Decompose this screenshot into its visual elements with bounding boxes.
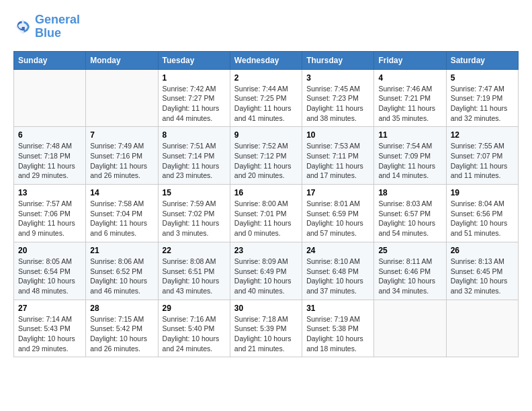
day-info: Sunrise: 7:44 AMSunset: 7:25 PMDaylight:…: [234, 84, 298, 124]
day-info: Sunrise: 8:03 AMSunset: 6:57 PMDaylight:…: [378, 199, 441, 238]
day-number: 30: [234, 304, 298, 313]
day-cell: 5Sunrise: 7:47 AMSunset: 7:19 PMDaylight…: [446, 69, 518, 127]
day-cell: 30Sunrise: 7:18 AMSunset: 5:39 PMDayligh…: [230, 300, 302, 357]
day-number: 1: [163, 73, 226, 83]
day-cell: 12Sunrise: 7:55 AMSunset: 7:07 PMDayligh…: [446, 127, 518, 185]
day-cell: 20Sunrise: 8:05 AMSunset: 6:54 PMDayligh…: [14, 242, 86, 300]
day-number: 23: [234, 246, 298, 255]
day-number: 14: [90, 188, 153, 197]
day-number: 18: [378, 188, 441, 197]
day-cell: [374, 300, 446, 357]
day-number: 22: [163, 246, 226, 255]
day-info: Sunrise: 8:05 AMSunset: 6:54 PMDaylight:…: [18, 257, 81, 296]
day-info: Sunrise: 8:11 AMSunset: 6:46 PMDaylight:…: [378, 257, 441, 296]
day-cell: 23Sunrise: 8:09 AMSunset: 6:49 PMDayligh…: [230, 242, 302, 300]
day-number: 12: [451, 130, 514, 140]
day-number: 28: [90, 304, 153, 313]
day-info: Sunrise: 7:48 AMSunset: 7:18 PMDaylight:…: [18, 141, 81, 181]
week-row-3: 13Sunrise: 7:57 AMSunset: 7:06 PMDayligh…: [14, 185, 519, 242]
day-info: Sunrise: 8:01 AMSunset: 6:59 PMDaylight:…: [306, 199, 369, 238]
day-number: 27: [18, 304, 81, 313]
day-cell: 16Sunrise: 8:00 AMSunset: 7:01 PMDayligh…: [230, 185, 302, 242]
day-info: Sunrise: 7:59 AMSunset: 7:02 PMDaylight:…: [163, 199, 226, 238]
day-number: 16: [234, 188, 298, 197]
day-info: Sunrise: 8:00 AMSunset: 7:01 PMDaylight:…: [234, 199, 298, 238]
day-cell: 18Sunrise: 8:03 AMSunset: 6:57 PMDayligh…: [374, 185, 446, 242]
column-header-saturday: Saturday: [446, 51, 518, 69]
day-number: 10: [306, 130, 369, 140]
column-header-wednesday: Wednesday: [230, 51, 302, 69]
day-info: Sunrise: 8:10 AMSunset: 6:48 PMDaylight:…: [306, 257, 369, 296]
day-number: 11: [378, 130, 441, 140]
day-info: Sunrise: 8:04 AMSunset: 6:56 PMDaylight:…: [451, 199, 514, 238]
day-cell: 6Sunrise: 7:48 AMSunset: 7:18 PMDaylight…: [14, 127, 86, 185]
day-info: Sunrise: 7:42 AMSunset: 7:27 PMDaylight:…: [163, 84, 226, 124]
day-number: 4: [378, 73, 441, 83]
day-number: 19: [451, 188, 514, 197]
day-cell: 27Sunrise: 7:14 AMSunset: 5:43 PMDayligh…: [14, 300, 86, 357]
day-info: Sunrise: 7:54 AMSunset: 7:09 PMDaylight:…: [378, 141, 441, 181]
day-cell: 7Sunrise: 7:49 AMSunset: 7:16 PMDaylight…: [86, 127, 158, 185]
day-number: 13: [18, 188, 81, 197]
column-header-sunday: Sunday: [14, 51, 86, 69]
day-number: 6: [18, 130, 81, 140]
day-number: 5: [451, 73, 514, 83]
day-info: Sunrise: 7:55 AMSunset: 7:07 PMDaylight:…: [451, 141, 514, 181]
day-cell: 2Sunrise: 7:44 AMSunset: 7:25 PMDaylight…: [230, 69, 302, 127]
day-info: Sunrise: 7:47 AMSunset: 7:19 PMDaylight:…: [451, 84, 514, 124]
week-row-5: 27Sunrise: 7:14 AMSunset: 5:43 PMDayligh…: [14, 300, 519, 357]
day-cell: [446, 300, 518, 357]
logo-icon: [13, 17, 32, 36]
day-info: Sunrise: 8:08 AMSunset: 6:51 PMDaylight:…: [163, 257, 226, 296]
day-info: Sunrise: 7:57 AMSunset: 7:06 PMDaylight:…: [18, 199, 81, 238]
day-number: 31: [306, 304, 369, 313]
day-cell: 28Sunrise: 7:15 AMSunset: 5:42 PMDayligh…: [86, 300, 158, 357]
day-info: Sunrise: 7:53 AMSunset: 7:11 PMDaylight:…: [306, 141, 369, 181]
day-cell: 15Sunrise: 7:59 AMSunset: 7:02 PMDayligh…: [158, 185, 230, 242]
day-info: Sunrise: 8:09 AMSunset: 6:49 PMDaylight:…: [234, 257, 298, 296]
page-header: General Blue: [13, 13, 519, 40]
day-number: 17: [306, 188, 369, 197]
day-number: 9: [234, 130, 298, 140]
day-info: Sunrise: 7:16 AMSunset: 5:40 PMDaylight:…: [163, 314, 226, 354]
day-cell: 21Sunrise: 8:06 AMSunset: 6:52 PMDayligh…: [86, 242, 158, 300]
day-number: 20: [18, 246, 81, 255]
day-cell: 29Sunrise: 7:16 AMSunset: 5:40 PMDayligh…: [158, 300, 230, 357]
day-info: Sunrise: 7:19 AMSunset: 5:38 PMDaylight:…: [306, 314, 369, 354]
day-number: 2: [234, 73, 298, 83]
week-row-4: 20Sunrise: 8:05 AMSunset: 6:54 PMDayligh…: [14, 242, 519, 300]
column-headers: SundayMondayTuesdayWednesdayThursdayFrid…: [14, 51, 519, 69]
day-cell: 11Sunrise: 7:54 AMSunset: 7:09 PMDayligh…: [374, 127, 446, 185]
day-info: Sunrise: 7:14 AMSunset: 5:43 PMDaylight:…: [18, 314, 81, 354]
day-cell: 3Sunrise: 7:45 AMSunset: 7:23 PMDaylight…: [302, 69, 374, 127]
day-cell: 22Sunrise: 8:08 AMSunset: 6:51 PMDayligh…: [158, 242, 230, 300]
day-number: 8: [163, 130, 226, 140]
day-cell: 8Sunrise: 7:51 AMSunset: 7:14 PMDaylight…: [158, 127, 230, 185]
day-info: Sunrise: 8:06 AMSunset: 6:52 PMDaylight:…: [90, 257, 153, 296]
day-number: 25: [378, 246, 441, 255]
day-number: 24: [306, 246, 369, 255]
day-cell: 14Sunrise: 7:58 AMSunset: 7:04 PMDayligh…: [86, 185, 158, 242]
column-header-tuesday: Tuesday: [158, 51, 230, 69]
day-info: Sunrise: 7:45 AMSunset: 7:23 PMDaylight:…: [306, 84, 369, 124]
day-info: Sunrise: 8:13 AMSunset: 6:45 PMDaylight:…: [451, 257, 514, 296]
day-info: Sunrise: 7:18 AMSunset: 5:39 PMDaylight:…: [234, 314, 298, 354]
day-cell: 17Sunrise: 8:01 AMSunset: 6:59 PMDayligh…: [302, 185, 374, 242]
day-cell: 31Sunrise: 7:19 AMSunset: 5:38 PMDayligh…: [302, 300, 374, 357]
day-cell: 13Sunrise: 7:57 AMSunset: 7:06 PMDayligh…: [14, 185, 86, 242]
day-cell: 4Sunrise: 7:46 AMSunset: 7:21 PMDaylight…: [374, 69, 446, 127]
day-info: Sunrise: 7:49 AMSunset: 7:16 PMDaylight:…: [90, 141, 153, 181]
day-number: 21: [90, 246, 153, 255]
day-number: 3: [306, 73, 369, 83]
day-cell: 1Sunrise: 7:42 AMSunset: 7:27 PMDaylight…: [158, 69, 230, 127]
day-cell: 19Sunrise: 8:04 AMSunset: 6:56 PMDayligh…: [446, 185, 518, 242]
column-header-friday: Friday: [374, 51, 446, 69]
day-cell: 25Sunrise: 8:11 AMSunset: 6:46 PMDayligh…: [374, 242, 446, 300]
day-number: 15: [163, 188, 226, 197]
week-row-2: 6Sunrise: 7:48 AMSunset: 7:18 PMDaylight…: [14, 127, 519, 185]
day-cell: 24Sunrise: 8:10 AMSunset: 6:48 PMDayligh…: [302, 242, 374, 300]
week-row-1: 1Sunrise: 7:42 AMSunset: 7:27 PMDaylight…: [14, 69, 519, 127]
day-cell: 10Sunrise: 7:53 AMSunset: 7:11 PMDayligh…: [302, 127, 374, 185]
day-info: Sunrise: 7:51 AMSunset: 7:14 PMDaylight:…: [163, 141, 226, 181]
logo-text: General Blue: [35, 13, 80, 40]
